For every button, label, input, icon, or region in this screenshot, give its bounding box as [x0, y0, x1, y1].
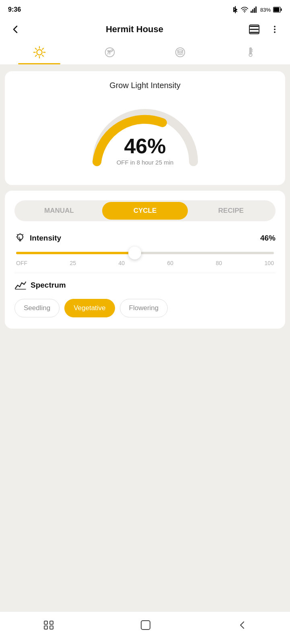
slider-labels: OFF 25 40 60 80 100 [16, 260, 274, 266]
svg-point-13 [274, 29, 276, 30]
bottom-nav [0, 611, 290, 644]
svg-rect-9 [250, 29, 259, 30]
spectrum-section: Spectrum Seedling Vegetative Flowering [14, 280, 276, 317]
tab-bar [0, 41, 290, 65]
svg-rect-41 [44, 626, 47, 629]
header: Hermit House [0, 18, 290, 41]
spectrum-label-group: Spectrum [14, 280, 276, 291]
mode-cycle-button[interactable]: CYCLE [102, 202, 188, 220]
spectrum-label: Spectrum [31, 281, 66, 290]
spectrum-options: Seedling Vegetative Flowering [14, 299, 276, 317]
intensity-value: 46% [260, 234, 276, 243]
svg-line-38 [23, 235, 23, 235]
svg-line-20 [35, 48, 37, 49]
svg-rect-44 [141, 621, 150, 630]
divider [14, 273, 276, 273]
signal-icon [251, 6, 258, 13]
header-title: Hermit House [106, 24, 163, 35]
svg-rect-1 [251, 11, 252, 13]
slider-track[interactable] [16, 252, 274, 254]
svg-point-26 [178, 50, 183, 52]
more-options-button[interactable] [267, 22, 282, 37]
gauge-card: Grow Light Intensity 46% OFF in 8 hour 2… [5, 71, 285, 185]
slider-label-25: 25 [70, 260, 76, 266]
menu-button[interactable] [247, 22, 262, 37]
svg-rect-7 [274, 8, 280, 12]
slider-thumb[interactable] [128, 247, 141, 259]
svg-rect-43 [50, 626, 53, 629]
svg-rect-10 [250, 32, 259, 33]
spectrum-flowering-button[interactable]: Flowering [120, 299, 168, 317]
nav-square-button[interactable] [132, 617, 159, 636]
intensity-label: Intensity [30, 234, 61, 243]
wifi-icon [241, 6, 248, 13]
header-right [247, 22, 282, 37]
svg-rect-32 [19, 240, 21, 241]
nav-menu-button[interactable] [35, 617, 62, 635]
gauge-percent: 46% [124, 136, 166, 156]
thermometer-icon [244, 46, 257, 60]
tab-temperature[interactable] [216, 41, 286, 64]
lightbulb-icon [14, 232, 26, 244]
svg-line-23 [35, 55, 37, 56]
gauge-subtitle: OFF in 8 hour 25 min [117, 159, 174, 166]
mode-selector: MANUAL CYCLE RECIPE [14, 200, 276, 221]
plant-icon [103, 46, 116, 60]
tab-grow[interactable] [74, 41, 145, 64]
gauge-container: 46% OFF in 8 hour 25 min [85, 97, 206, 170]
svg-rect-42 [50, 621, 53, 624]
slider-container: OFF 25 40 60 80 100 [14, 252, 276, 266]
svg-point-12 [274, 26, 276, 27]
spectrum-seedling-button[interactable]: Seedling [14, 299, 60, 317]
controls-card: MANUAL CYCLE RECIPE Intensity [5, 191, 285, 329]
battery-icon [273, 7, 282, 12]
header-left [8, 22, 23, 37]
mode-recipe-button[interactable]: RECIPE [188, 202, 274, 220]
svg-rect-40 [44, 621, 47, 624]
sun-icon [33, 46, 46, 60]
status-icons: 83% [232, 6, 282, 14]
gauge-card-title: Grow Light Intensity [109, 81, 181, 90]
svg-rect-2 [252, 9, 253, 13]
status-time: 9:36 [8, 6, 21, 13]
svg-rect-8 [250, 26, 259, 27]
slider-label-100: 100 [265, 260, 274, 266]
layers-icon [174, 46, 187, 60]
slider-label-80: 80 [216, 260, 222, 266]
back-button[interactable] [8, 22, 23, 37]
spectrum-vegetative-button[interactable]: Vegetative [64, 299, 115, 317]
svg-point-15 [37, 49, 42, 55]
svg-rect-33 [19, 241, 21, 242]
slider-label-off: OFF [16, 260, 27, 266]
status-bar: 9:36 83% [0, 0, 290, 18]
main-content: Grow Light Intensity 46% OFF in 8 hour 2… [0, 65, 290, 373]
slider-label-60: 60 [167, 260, 174, 266]
intensity-label-group: Intensity [14, 232, 61, 244]
intensity-row: Intensity 46% [14, 232, 276, 244]
svg-line-35 [17, 235, 18, 235]
svg-rect-6 [281, 8, 282, 11]
nav-back-button[interactable] [229, 617, 255, 636]
svg-point-0 [244, 12, 245, 12]
tab-light[interactable] [4, 41, 74, 64]
slider-label-40: 40 [118, 260, 125, 266]
mode-manual-button[interactable]: MANUAL [16, 202, 102, 220]
gauge-center: 46% OFF in 8 hour 25 min [85, 136, 206, 166]
battery-text: 83% [260, 7, 271, 13]
slider-fill [16, 252, 135, 254]
spectrum-icon [14, 280, 27, 291]
svg-point-25 [176, 48, 185, 57]
svg-point-14 [274, 31, 276, 33]
svg-line-22 [42, 48, 43, 49]
svg-rect-3 [254, 8, 255, 13]
svg-rect-4 [255, 6, 257, 13]
svg-line-21 [42, 55, 43, 56]
bluetooth-icon [232, 6, 239, 14]
tab-layers[interactable] [145, 41, 216, 64]
